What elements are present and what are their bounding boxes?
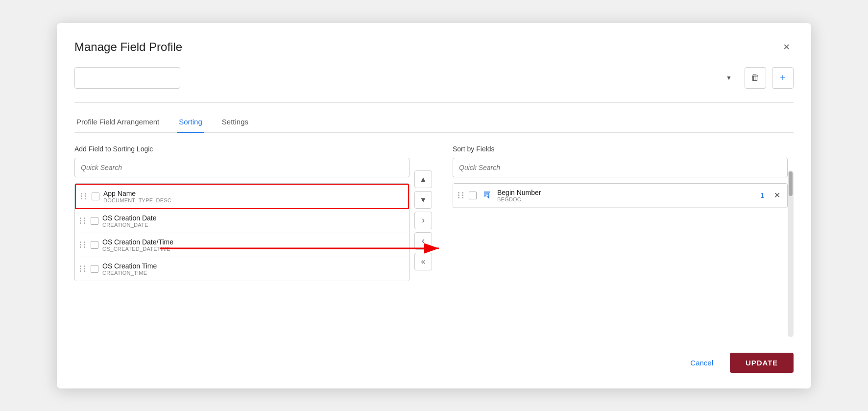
plus-icon: + bbox=[780, 72, 786, 83]
field-name-os-creation-datetime: OS Creation Date/Time bbox=[102, 238, 404, 246]
left-field-list: App Name DOCUMENT_TYPE_DESC bbox=[74, 183, 410, 281]
drag-handle-4[interactable] bbox=[80, 266, 87, 272]
profile-row: Privilege Review 🗑 + bbox=[74, 67, 794, 89]
chevron-up-icon: ▲ bbox=[420, 175, 427, 183]
field-name-app-name: App Name bbox=[103, 190, 403, 197]
field-code-app-name: DOCUMENT_TYPE_DESC bbox=[103, 197, 403, 203]
sort-descending-icon[interactable] bbox=[482, 190, 491, 201]
double-chevron-left-icon: « bbox=[421, 257, 426, 266]
middle-controls: ▲ ▼ › ‹ « bbox=[410, 145, 437, 270]
profile-select[interactable]: Privilege Review bbox=[74, 67, 180, 89]
field-name-os-creation-date: OS Creation Date bbox=[102, 214, 404, 222]
tab-settings[interactable]: Settings bbox=[220, 113, 250, 133]
modal-title: Manage Field Profile bbox=[74, 40, 182, 54]
chevron-down-icon: ▼ bbox=[420, 195, 427, 204]
left-field-item-os-creation-time: OS Creation Time CREATION_TIME bbox=[75, 257, 409, 281]
right-panel: Sort by Fields bbox=[437, 145, 788, 208]
add-profile-button[interactable]: + bbox=[772, 67, 794, 89]
delete-profile-button[interactable]: 🗑 bbox=[745, 67, 766, 89]
field-checkbox-os-creation-date[interactable] bbox=[91, 217, 98, 225]
drag-handle-right-1[interactable] bbox=[458, 192, 465, 198]
update-button[interactable]: UPDATE bbox=[730, 353, 794, 373]
tabs-bar: Profile Field Arrangement Sorting Settin… bbox=[74, 113, 794, 133]
left-panel-title: Add Field to Sorting Logic bbox=[74, 145, 410, 153]
left-search-input[interactable] bbox=[74, 158, 410, 177]
footer: Cancel UPDATE bbox=[74, 353, 794, 373]
sort-order-number: 1 bbox=[760, 192, 764, 199]
trash-icon: 🗑 bbox=[751, 73, 760, 83]
move-left-button[interactable]: ‹ bbox=[414, 232, 432, 250]
divider bbox=[74, 102, 794, 103]
left-field-item-os-creation-date: OS Creation Date CREATION_DATE bbox=[75, 209, 409, 233]
close-icon: ✕ bbox=[774, 191, 780, 199]
left-panel: Add Field to Sorting Logic App Na bbox=[74, 145, 410, 281]
right-field-list: Begin Number BEGDOC 1 ✕ bbox=[453, 183, 788, 208]
content-area: Add Field to Sorting Logic App Na bbox=[74, 145, 794, 337]
move-right-button[interactable]: › bbox=[414, 212, 432, 229]
profile-select-wrapper: Privilege Review bbox=[74, 67, 739, 89]
field-code-os-creation-date: CREATION_DATE bbox=[102, 222, 404, 228]
tab-profile-field-arrangement[interactable]: Profile Field Arrangement bbox=[74, 113, 161, 133]
field-checkbox-begin-number[interactable] bbox=[469, 192, 477, 199]
field-name-begin-number: Begin Number bbox=[497, 189, 756, 196]
chevron-right-icon: › bbox=[422, 215, 425, 225]
field-code-os-creation-datetime: OS_CREATED_DATETIME bbox=[102, 246, 404, 252]
right-field-item-begin-number: Begin Number BEGDOC 1 ✕ bbox=[453, 184, 787, 208]
field-code-begin-number: BEGDOC bbox=[497, 196, 756, 202]
field-checkbox-app-name[interactable] bbox=[92, 193, 99, 200]
left-field-item-os-creation-datetime: OS Creation Date/Time OS_CREATED_DATETIM… bbox=[75, 233, 409, 257]
cancel-button[interactable]: Cancel bbox=[681, 354, 722, 372]
close-button[interactable]: × bbox=[779, 39, 794, 55]
manage-field-profile-modal: Manage Field Profile × Privilege Review … bbox=[57, 23, 811, 388]
field-checkbox-os-creation-datetime[interactable] bbox=[91, 241, 98, 249]
scrollbar[interactable] bbox=[788, 170, 794, 337]
modal-header: Manage Field Profile × bbox=[74, 39, 794, 55]
field-checkbox-os-creation-time[interactable] bbox=[91, 265, 98, 273]
left-field-item-app-name: App Name DOCUMENT_TYPE_DESC bbox=[75, 184, 409, 209]
move-all-left-button[interactable]: « bbox=[414, 253, 432, 270]
right-search-input[interactable] bbox=[453, 158, 788, 177]
move-down-button[interactable]: ▼ bbox=[414, 191, 432, 209]
chevron-left-icon: ‹ bbox=[422, 236, 425, 246]
drag-handle[interactable] bbox=[81, 193, 88, 199]
right-panel-title: Sort by Fields bbox=[453, 145, 788, 153]
field-code-os-creation-time: CREATION_TIME bbox=[102, 270, 404, 276]
drag-handle-2[interactable] bbox=[80, 218, 87, 224]
field-name-os-creation-time: OS Creation Time bbox=[102, 262, 404, 270]
tab-sorting[interactable]: Sorting bbox=[177, 113, 204, 133]
drag-handle-3[interactable] bbox=[80, 242, 87, 248]
remove-begin-number-button[interactable]: ✕ bbox=[772, 190, 782, 201]
scrollbar-thumb[interactable] bbox=[789, 171, 793, 196]
move-up-button[interactable]: ▲ bbox=[414, 170, 432, 188]
